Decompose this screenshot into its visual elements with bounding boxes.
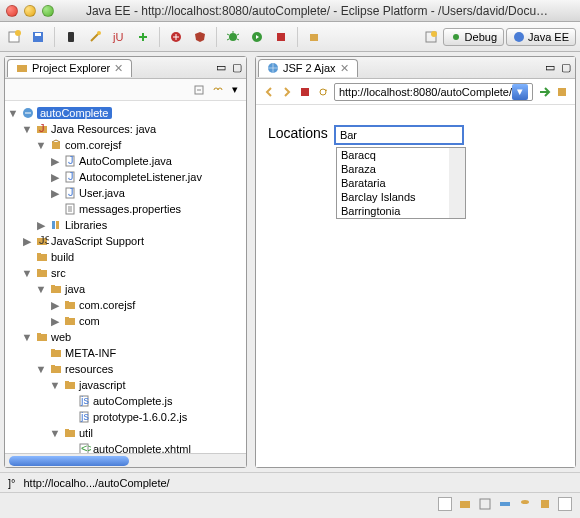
suggestion-item[interactable]: Baraza [337, 162, 449, 176]
project-tree[interactable]: ▼autoComplete▼JJava Resources: java▼com.… [5, 101, 246, 453]
tree-twisty-icon[interactable]: ▼ [7, 107, 19, 119]
scrollbar-thumb[interactable] [9, 456, 129, 466]
link-editor-icon[interactable] [210, 83, 224, 97]
tree-twisty-icon[interactable]: ▼ [21, 123, 33, 135]
server-icon[interactable] [166, 27, 186, 47]
tree-node[interactable]: ▼JJava Resources: java [21, 121, 244, 137]
tree-node[interactable]: jsautoComplete.js [63, 393, 244, 409]
trim-item-icon[interactable] [558, 497, 572, 511]
tree-node[interactable]: ▶JAutoComplete.java [49, 153, 244, 169]
tree-twisty-icon[interactable] [35, 347, 47, 359]
forward-icon[interactable] [280, 85, 294, 99]
view-menu-icon[interactable]: ▾ [228, 83, 242, 97]
collapse-all-icon[interactable] [192, 83, 206, 97]
refresh-icon[interactable] [316, 85, 330, 99]
svg-rect-56 [65, 429, 69, 431]
address-bar[interactable]: http://localhost:8080/autoComplete/ ▾ [334, 83, 533, 101]
suggestion-item[interactable]: Barataria [337, 176, 449, 190]
run-icon[interactable] [247, 27, 267, 47]
package-icon[interactable] [304, 27, 324, 47]
tree-node[interactable]: ▶com.corejsf [49, 297, 244, 313]
horizontal-scrollbar[interactable] [5, 453, 246, 467]
tree-twisty-icon[interactable]: ▼ [35, 283, 47, 295]
go-icon[interactable] [537, 85, 551, 99]
junit-icon[interactable]: jU [109, 27, 129, 47]
tree-node[interactable]: ▼javascript [49, 377, 244, 393]
tree-node[interactable]: jsprototype-1.6.0.2.js [63, 409, 244, 425]
wand-icon[interactable] [85, 27, 105, 47]
trim-item-icon[interactable] [438, 497, 452, 511]
tree-node[interactable]: ▶JSJavaScript Support [21, 233, 244, 249]
back-icon[interactable] [262, 85, 276, 99]
tree-node[interactable]: build [21, 249, 244, 265]
tree-twisty-icon[interactable]: ▼ [49, 379, 61, 391]
tree-node[interactable]: META-INF [35, 345, 244, 361]
new-icon[interactable] [4, 27, 24, 47]
maximize-editor-icon[interactable]: ▢ [559, 61, 573, 75]
open-perspective-icon[interactable] [421, 27, 441, 47]
tree-node[interactable]: ▶JAutocompleteListener.jav [49, 169, 244, 185]
tree-twisty-icon[interactable]: ▶ [21, 235, 33, 247]
tree-node[interactable]: ▼java [35, 281, 244, 297]
tree-twisty-icon[interactable] [49, 203, 61, 215]
tree-node[interactable]: ▶JUser.java [49, 185, 244, 201]
tree-node[interactable]: <>autoComplete.xhtml [63, 441, 244, 453]
servers-icon[interactable] [498, 497, 512, 511]
properties-icon[interactable] [478, 497, 492, 511]
markers-icon[interactable] [458, 497, 472, 511]
favorites-icon[interactable] [555, 85, 569, 99]
close-tab-icon[interactable]: ✕ [340, 62, 349, 75]
tree-twisty-icon[interactable]: ▶ [35, 219, 47, 231]
project-explorer-tab[interactable]: Project Explorer ✕ [7, 59, 132, 77]
lib-icon [49, 218, 63, 232]
tree-twisty-icon[interactable]: ▶ [49, 315, 61, 327]
zoom-window-button[interactable] [42, 5, 54, 17]
tree-label: src [51, 267, 66, 279]
close-window-button[interactable] [6, 5, 18, 17]
tree-node[interactable]: messages.properties [49, 201, 244, 217]
tree-twisty-icon[interactable]: ▼ [35, 139, 47, 151]
external-tools-icon[interactable] [271, 27, 291, 47]
tree-node[interactable]: ▼autoComplete [7, 105, 244, 121]
tree-node[interactable]: ▶com [49, 313, 244, 329]
tree-node[interactable]: ▼com.corejsf [35, 137, 244, 153]
shield-icon[interactable] [190, 27, 210, 47]
data-source-icon[interactable] [518, 497, 532, 511]
tree-twisty-icon[interactable]: ▼ [35, 363, 47, 375]
minimize-panel-icon[interactable]: ▭ [214, 61, 228, 75]
maximize-panel-icon[interactable]: ▢ [230, 61, 244, 75]
tree-twisty-icon[interactable]: ▶ [49, 155, 61, 167]
minimize-editor-icon[interactable]: ▭ [543, 61, 557, 75]
debug-perspective-button[interactable]: Debug [443, 28, 504, 46]
minimize-window-button[interactable] [24, 5, 36, 17]
tree-twisty-icon[interactable]: ▼ [21, 267, 33, 279]
tree-twisty-icon[interactable]: ▶ [49, 299, 61, 311]
tree-twisty-icon[interactable]: ▼ [21, 331, 33, 343]
tree-twisty-icon[interactable] [63, 443, 75, 453]
tree-node[interactable]: ▶Libraries [35, 217, 244, 233]
tree-twisty-icon[interactable] [21, 251, 33, 263]
tree-twisty-icon[interactable]: ▼ [49, 427, 61, 439]
tree-node[interactable]: ▼web [21, 329, 244, 345]
locations-input[interactable] [334, 125, 464, 145]
tree-node[interactable]: ▼resources [35, 361, 244, 377]
snippets-icon[interactable] [538, 497, 552, 511]
plus-icon[interactable] [133, 27, 153, 47]
tree-node[interactable]: ▼util [49, 425, 244, 441]
tree-twisty-icon[interactable] [63, 395, 75, 407]
suggestion-item[interactable]: Barringtonia [337, 204, 449, 218]
address-dropdown-icon[interactable]: ▾ [512, 84, 528, 100]
jsf-ajax-tab[interactable]: JSF 2 Ajax ✕ [258, 59, 358, 77]
suggestion-item[interactable]: Baracq [337, 148, 449, 162]
suggestion-item[interactable]: Barclay Islands [337, 190, 449, 204]
phone-icon[interactable] [61, 27, 81, 47]
tree-node[interactable]: ▼src [21, 265, 244, 281]
tree-twisty-icon[interactable]: ▶ [49, 187, 61, 199]
javaee-perspective-button[interactable]: Java EE [506, 28, 576, 46]
debug-icon[interactable] [223, 27, 243, 47]
stop-icon[interactable] [298, 85, 312, 99]
tree-twisty-icon[interactable]: ▶ [49, 171, 61, 183]
save-icon[interactable] [28, 27, 48, 47]
close-tab-icon[interactable]: ✕ [114, 62, 123, 75]
tree-twisty-icon[interactable] [63, 411, 75, 423]
